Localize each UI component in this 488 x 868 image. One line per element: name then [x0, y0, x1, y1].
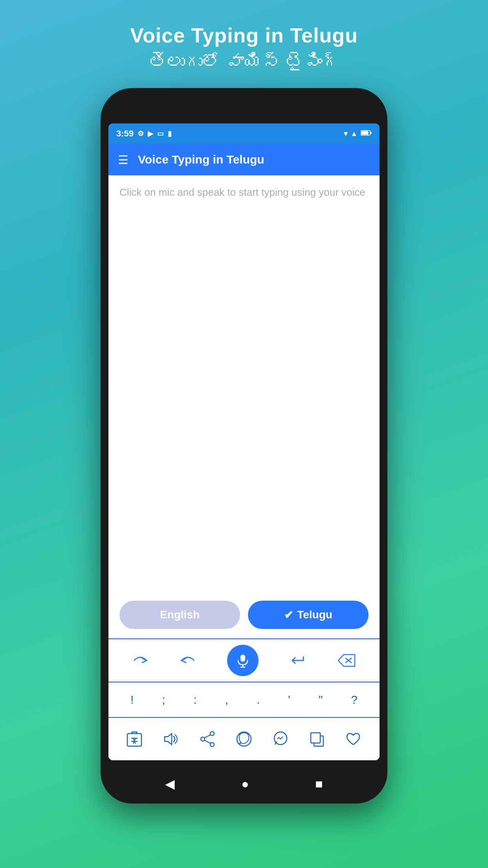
svg-line-17	[204, 735, 211, 738]
char-semicolon[interactable]: ;	[162, 693, 165, 706]
svg-line-18	[204, 740, 211, 743]
check-icon: ✔	[284, 609, 293, 622]
nav-recent-button[interactable]: ■	[315, 777, 323, 791]
text-placeholder: Click on mic and speak to start typing u…	[119, 185, 369, 200]
char-question[interactable]: ?	[351, 693, 358, 706]
telugu-button[interactable]: ✔ Telugu	[248, 601, 369, 629]
language-bar: English ✔ Telugu	[108, 593, 380, 638]
svg-rect-2	[361, 131, 369, 134]
svg-rect-1	[371, 132, 372, 134]
text-input-area[interactable]: Click on mic and speak to start typing u…	[108, 175, 380, 593]
play-icon: ▶	[148, 129, 153, 138]
char-exclamation[interactable]: !	[130, 693, 134, 706]
svg-point-15	[210, 743, 214, 747]
phone-screen: 3:59 ⚙ ▶ ▭ ▮ ▾ ▲ ☰ Voice	[108, 123, 380, 760]
phone-shell: 3:59 ⚙ ▶ ▭ ▮ ▾ ▲ ☰ Voice	[101, 88, 387, 804]
app-bar: ☰ Voice Typing in Telugu	[108, 144, 380, 175]
volume-button[interactable]	[162, 730, 180, 748]
battery-small-icon: ▮	[168, 129, 172, 138]
char-quote[interactable]: "	[319, 693, 323, 706]
battery-icon	[361, 130, 372, 138]
nav-home-button[interactable]: ●	[241, 777, 249, 791]
enter-button[interactable]	[289, 653, 306, 668]
special-chars-row: ! ; : , . ' " ?	[108, 682, 380, 717]
action-icons-row	[108, 717, 380, 760]
keyboard-toolbar	[108, 638, 380, 682]
delete-button[interactable]	[337, 653, 356, 668]
mic-button[interactable]	[227, 645, 259, 676]
copy-button[interactable]	[308, 730, 326, 748]
english-button[interactable]: English	[119, 601, 240, 629]
char-period[interactable]: .	[257, 693, 260, 706]
phone-nav-bar: ◀ ● ■	[101, 764, 387, 804]
favorite-button[interactable]	[345, 730, 362, 748]
signal-icon: ▲	[350, 130, 358, 138]
status-bar: 3:59 ⚙ ▶ ▭ ▮ ▾ ▲	[108, 123, 380, 144]
clear-button[interactable]	[126, 730, 143, 748]
status-left: 3:59 ⚙ ▶ ▭ ▮	[116, 129, 172, 139]
status-time: 3:59	[116, 129, 134, 139]
svg-rect-22	[311, 733, 320, 743]
page-header: Voice Typing in Telugu తెలుగులో వాయిస్ ట…	[130, 0, 358, 88]
phone-top	[101, 88, 387, 123]
header-title-english: Voice Typing in Telugu	[130, 24, 358, 47]
back-button[interactable]	[179, 653, 196, 668]
char-colon[interactable]: :	[193, 693, 196, 706]
whatsapp-button[interactable]	[235, 730, 253, 748]
forward-button[interactable]	[132, 653, 149, 668]
nav-back-button[interactable]: ◀	[165, 776, 175, 791]
char-apostrophe[interactable]: '	[288, 693, 290, 706]
wifi-icon: ▾	[344, 129, 347, 138]
status-right: ▾ ▲	[344, 129, 372, 138]
share-button[interactable]	[199, 730, 216, 748]
screen-icon: ▭	[157, 129, 164, 138]
hamburger-icon[interactable]: ☰	[118, 153, 128, 167]
app-bar-title: Voice Typing in Telugu	[138, 153, 264, 166]
settings-icon: ⚙	[138, 129, 144, 138]
header-title-telugu: తెలుగులో వాయిస్ టైపింగ్	[130, 51, 358, 72]
messenger-button[interactable]	[272, 730, 289, 748]
svg-rect-3	[240, 655, 245, 662]
char-comma[interactable]: ,	[225, 693, 228, 706]
svg-point-14	[210, 732, 214, 736]
svg-marker-13	[165, 734, 172, 745]
svg-rect-8	[127, 734, 141, 746]
telugu-label: Telugu	[297, 609, 332, 621]
svg-point-16	[201, 737, 205, 741]
